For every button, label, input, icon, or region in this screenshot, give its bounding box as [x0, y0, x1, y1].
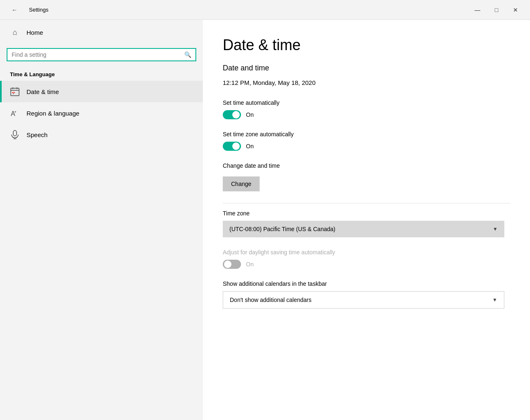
svg-text:*: * — [14, 110, 17, 115]
daylight-saving-toggle-knob — [224, 261, 231, 268]
set-timezone-auto-toggle-row: On — [223, 142, 510, 151]
svg-text:📅: 📅 — [12, 92, 15, 95]
timezone-dropdown[interactable]: (UTC-08:00) Pacific Time (US & Canada) ▼ — [223, 221, 504, 237]
sidebar-section-title: Time & Language — [0, 68, 203, 81]
timezone-chevron-icon: ▼ — [493, 226, 498, 232]
set-time-auto-toggle[interactable] — [223, 110, 241, 119]
set-time-auto-group: Set time automatically On — [223, 99, 510, 119]
title-bar-left: ← Settings — [5, 3, 48, 17]
page-title: Date & time — [223, 36, 510, 54]
set-time-auto-toggle-row: On — [223, 110, 510, 119]
home-icon: ⌂ — [10, 27, 20, 37]
sidebar-item-region-language-label: Region & language — [26, 110, 80, 117]
content-area: Date & time Date and time 12:12 PM, Mond… — [203, 20, 530, 420]
additional-calendars-group: Show additional calendars in the taskbar… — [223, 280, 510, 309]
sidebar-item-speech[interactable]: Speech — [0, 124, 203, 145]
title-bar: ← Settings — □ ✕ — [0, 0, 530, 20]
daylight-saving-label: Adjust for daylight saving time automati… — [223, 249, 510, 256]
set-timezone-auto-group: Set time zone automatically On — [223, 131, 510, 151]
sidebar: ⌂ Home 🔍 Time & Language 📅 Date & time — [0, 20, 203, 420]
section-title: Date and time — [223, 64, 510, 72]
set-timezone-auto-state: On — [246, 143, 254, 150]
search-input[interactable] — [12, 51, 184, 58]
maximize-button[interactable]: □ — [487, 3, 506, 17]
region-language-icon: A * — [10, 108, 20, 118]
timezone-label: Time zone — [223, 210, 510, 217]
set-timezone-auto-toggle[interactable] — [223, 142, 241, 151]
additional-calendars-dropdown[interactable]: Don't show additional calendars ▼ — [223, 291, 504, 309]
sidebar-search-box[interactable]: 🔍 — [7, 48, 196, 61]
change-button[interactable]: Change — [223, 176, 260, 191]
divider-1 — [223, 203, 510, 203]
sidebar-home-label: Home — [26, 29, 43, 36]
svg-rect-7 — [13, 130, 17, 136]
set-timezone-auto-toggle-knob — [232, 142, 240, 150]
daylight-saving-toggle-row: On — [223, 260, 510, 269]
title-bar-controls: — □ ✕ — [468, 3, 525, 17]
back-button[interactable]: ← — [5, 3, 24, 17]
set-time-auto-label: Set time automatically — [223, 99, 510, 106]
timezone-value: (UTC-08:00) Pacific Time (US & Canada) — [229, 226, 335, 232]
additional-calendars-label: Show additional calendars in the taskbar — [223, 280, 510, 287]
change-date-time-label: Change date and time — [223, 162, 510, 169]
additional-calendars-chevron-icon: ▼ — [492, 297, 497, 303]
sidebar-item-region-language[interactable]: A * Region & language — [0, 102, 203, 124]
set-timezone-auto-label: Set time zone automatically — [223, 131, 510, 138]
set-time-auto-toggle-knob — [232, 111, 240, 118]
additional-calendars-value: Don't show additional calendars — [230, 297, 311, 303]
title-bar-title: Settings — [29, 7, 48, 13]
daylight-saving-group: Adjust for daylight saving time automati… — [223, 249, 510, 269]
current-time-display: 12:12 PM, Monday, May 18, 2020 — [223, 79, 510, 86]
daylight-saving-state: On — [246, 261, 254, 268]
sidebar-item-date-time-label: Date & time — [26, 88, 59, 95]
daylight-saving-toggle[interactable] — [223, 260, 241, 269]
sidebar-home-button[interactable]: ⌂ Home — [0, 20, 203, 45]
date-time-icon: 📅 — [10, 87, 20, 97]
app-body: ⌂ Home 🔍 Time & Language 📅 Date & time — [0, 20, 530, 420]
speech-icon — [10, 130, 20, 140]
close-button[interactable]: ✕ — [506, 3, 525, 17]
search-icon: 🔍 — [184, 51, 191, 58]
set-time-auto-state: On — [246, 111, 254, 118]
change-date-time-group: Change date and time Change — [223, 162, 510, 191]
sidebar-item-date-time[interactable]: 📅 Date & time — [0, 81, 203, 102]
sidebar-item-speech-label: Speech — [26, 131, 48, 138]
timezone-group: Time zone (UTC-08:00) Pacific Time (US &… — [223, 210, 510, 237]
minimize-button[interactable]: — — [468, 3, 487, 17]
